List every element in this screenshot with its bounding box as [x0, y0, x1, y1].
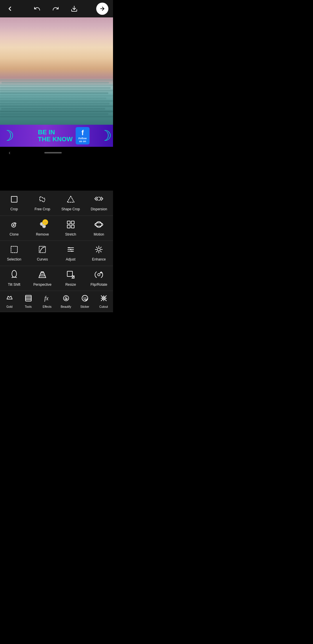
svg-text:fx: fx [44, 295, 49, 302]
sticker-icon [81, 294, 89, 304]
undo-button[interactable] [32, 3, 42, 14]
svg-point-23 [70, 249, 71, 250]
svg-rect-2 [11, 196, 17, 202]
dispersion-label: Dispersion [91, 207, 107, 211]
svg-rect-11 [67, 221, 70, 224]
ad-banner[interactable]: ☽ BE IN THE KNOW f Followus on ☽ [0, 125, 113, 147]
tool-dispersion[interactable]: Dispersion [85, 191, 113, 215]
tilt-shift-icon [10, 270, 19, 281]
ad-line1: BE IN [38, 129, 55, 136]
svg-line-33 [97, 251, 97, 252]
svg-point-25 [97, 248, 100, 251]
dispersion-icon [94, 195, 103, 205]
svg-marker-8 [43, 225, 45, 227]
svg-marker-3 [67, 196, 74, 202]
nav-back-chevron[interactable]: ‹ [9, 150, 10, 156]
adjust-label: Adjust [66, 257, 75, 261]
tool-cutout[interactable]: Cutout [94, 291, 113, 312]
crescent-left-icon: ☽ [1, 127, 14, 144]
toolbar-center [32, 3, 79, 14]
tool-adjust[interactable]: Adjust [57, 241, 85, 265]
tool-free-crop[interactable]: Free Crop [28, 191, 57, 215]
tool-remove[interactable]: 👑 Remove [28, 216, 57, 240]
tool-tools[interactable]: Tools [19, 291, 38, 312]
tool-enhance[interactable]: Enhance [85, 241, 113, 265]
redo-button[interactable] [50, 3, 61, 14]
svg-rect-17 [11, 246, 17, 253]
ad-facebook[interactable]: f Followus on [76, 127, 90, 144]
clone-label: Clone [10, 232, 19, 236]
tool-motion[interactable]: Motion [85, 216, 113, 240]
ad-line2: THE KNOW [38, 135, 73, 143]
resize-icon [66, 270, 75, 281]
flip-rotate-icon [94, 270, 103, 281]
remove-label: Remove [36, 232, 49, 236]
tool-clone[interactable]: Clone [0, 216, 28, 240]
tool-effects[interactable]: fx Effects [38, 291, 57, 312]
back-button[interactable] [5, 3, 15, 14]
curves-label: Curves [37, 257, 48, 261]
perspective-icon [38, 270, 47, 281]
motion-label: Motion [94, 232, 104, 236]
stretch-icon [66, 220, 75, 231]
tilt-shift-label: Tilt Shift [8, 283, 20, 287]
adjust-icon [66, 245, 75, 256]
cutout-icon [100, 294, 108, 304]
svg-line-30 [97, 247, 97, 248]
tools-label: Tools [25, 305, 32, 308]
tools-icon [25, 294, 32, 304]
tools-row-5: Gold Tools fx Effects [0, 291, 113, 312]
svg-point-5 [13, 225, 14, 226]
beautify-icon [62, 294, 70, 304]
svg-point-34 [12, 270, 17, 277]
ad-follow-text: Followus on [79, 137, 87, 143]
selection-label: Selection [7, 257, 21, 261]
tools-row-1: Crop Free Crop Shape Crop [0, 191, 113, 216]
motion-icon [94, 220, 103, 231]
svg-point-22 [68, 247, 70, 248]
tool-stretch[interactable]: Stretch [57, 216, 85, 240]
svg-rect-12 [71, 221, 74, 224]
tool-gold[interactable]: Gold [0, 291, 19, 312]
sticker-label: Sticker [80, 305, 89, 308]
curves-icon [38, 245, 47, 256]
top-toolbar [0, 0, 113, 17]
gold-label: Gold [6, 305, 12, 308]
svg-point-24 [71, 251, 72, 252]
tool-resize[interactable]: Resize [57, 266, 85, 291]
svg-point-51 [65, 296, 66, 297]
svg-line-31 [101, 251, 101, 252]
tool-shape-crop[interactable]: Shape Crop [57, 191, 85, 215]
svg-point-42 [98, 274, 100, 276]
free-crop-icon [38, 195, 47, 205]
svg-rect-14 [71, 225, 74, 228]
image-canvas[interactable] [0, 17, 113, 125]
tool-tilt-shift[interactable]: Tilt Shift [0, 266, 28, 291]
nav-home-pill[interactable] [44, 152, 62, 153]
tool-beautify[interactable]: Beautify [57, 291, 75, 312]
tool-sticker[interactable]: Sticker [75, 291, 94, 312]
gold-icon [6, 294, 13, 304]
tool-selection[interactable]: Selection [0, 241, 28, 265]
svg-rect-13 [67, 225, 70, 228]
effects-icon: fx [43, 294, 51, 304]
download-button[interactable] [69, 3, 79, 14]
beautify-label: Beautify [61, 305, 71, 308]
tools-row-2: Clone 👑 Remove [0, 216, 113, 241]
svg-point-6 [15, 223, 16, 224]
perspective-label: Perspective [33, 283, 52, 287]
ad-text: BE IN THE KNOW [23, 129, 73, 143]
cutout-label: Cutout [99, 305, 108, 308]
crescent-right-icon: ☽ [99, 127, 112, 144]
tool-perspective[interactable]: Perspective [28, 266, 57, 291]
selection-icon [10, 245, 19, 256]
next-button[interactable] [96, 3, 108, 15]
tool-crop[interactable]: Crop [0, 191, 28, 215]
tool-flip-rotate[interactable]: Flip/Rotate [85, 266, 113, 291]
stretch-label: Stretch [65, 232, 76, 236]
effects-label: Effects [43, 305, 51, 308]
shape-crop-label: Shape Crop [61, 207, 80, 211]
clone-icon [10, 220, 19, 231]
tool-curves[interactable]: Curves [28, 241, 57, 265]
enhance-icon [94, 245, 103, 256]
